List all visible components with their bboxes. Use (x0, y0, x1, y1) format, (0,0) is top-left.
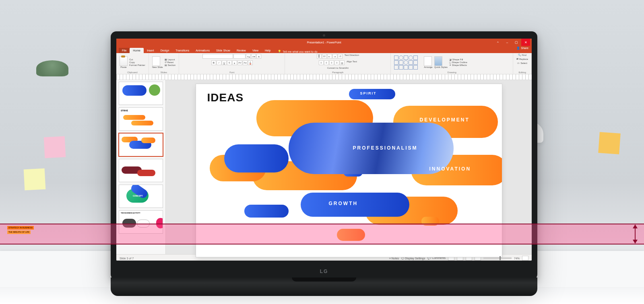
decrease-indent-button[interactable]: ⇤ (327, 54, 332, 59)
tab-file[interactable]: File (119, 48, 130, 53)
bold-button[interactable]: B (211, 60, 216, 65)
ribbon-tabs: File Home Insert Design Transitions Anim… (116, 46, 532, 53)
numbering-button[interactable]: 1≡ (322, 54, 327, 59)
italic-button[interactable]: I (217, 60, 221, 65)
find-button[interactable]: 🔍 Find (518, 54, 526, 56)
strikethrough-button[interactable]: S (227, 60, 232, 65)
group-paragraph: ≣ 1≡ ⇤ ⇥ ↕≡ Text Direction ≡ ≡ ≡ (285, 53, 391, 74)
thumb-4[interactable] (119, 159, 163, 182)
tab-animations[interactable]: Animations (192, 48, 213, 53)
thumb-1[interactable] (119, 82, 163, 105)
notes-button[interactable]: ≡ Notes (389, 257, 399, 260)
highlight-band: STRATEGY IN BUSINESS THE BREATH OF LIFE (0, 224, 644, 244)
shape-effects-button[interactable]: ✦ Shape Effects (449, 64, 467, 66)
guide-line-bottom (0, 244, 644, 244)
thumb-7: STRATEGY IN BUSINESS THE BREATH OF LIFE (7, 226, 46, 241)
sticky-note (24, 168, 46, 191)
zoom-slider[interactable] (483, 257, 512, 259)
title-bar: Presentation1 - PowerPoint ^ – ▢ ✕ (116, 39, 532, 46)
align-left-button[interactable]: ≡ (319, 60, 324, 65)
char-spacing-button[interactable]: AV (237, 60, 242, 65)
copy-button[interactable]: Copy (129, 61, 145, 64)
shape-pill[interactable] (244, 205, 289, 218)
paste-icon[interactable] (120, 56, 128, 66)
product-photo: LG Presentation1 - PowerPoint ^ – ▢ ✕ Fi… (0, 0, 644, 304)
dimension-arrow-up-icon (633, 224, 638, 228)
maximize-button[interactable]: ▢ (512, 39, 521, 46)
line-spacing-button[interactable]: ↕≡ (338, 54, 343, 59)
comments-button[interactable]: 💬 Comments (427, 257, 446, 260)
ribbon-collapse-button[interactable]: ^ (493, 39, 502, 46)
change-case-button[interactable]: Aa (243, 60, 248, 65)
fit-to-window-button[interactable] (522, 256, 528, 261)
format-painter-button[interactable]: Format Painter (129, 64, 145, 66)
display-settings-button[interactable]: 🖵 Display Settings (401, 257, 425, 260)
justify-button[interactable]: ≡ (334, 60, 339, 65)
tab-view[interactable]: View (249, 48, 262, 53)
new-slide-icon[interactable] (152, 56, 160, 66)
brand-logo: LG (320, 269, 328, 274)
horizontal-ruler (116, 74, 532, 80)
align-right-button[interactable]: ≡ (329, 60, 334, 65)
increase-indent-button[interactable]: ⇥ (332, 54, 337, 59)
webcam (323, 34, 325, 37)
shape-fill-button[interactable]: ◪ Shape Fill (449, 58, 467, 61)
label-growth: GROWTH (329, 201, 358, 206)
shapes-gallery[interactable] (394, 55, 422, 70)
tab-help[interactable]: Help (262, 48, 274, 53)
underline-button[interactable]: U (222, 60, 227, 65)
quick-styles-button[interactable]: Quick Styles (434, 66, 448, 68)
shape-outline-button[interactable]: ◻ Shape Outline (449, 61, 467, 64)
minimize-button[interactable]: – (503, 39, 512, 46)
close-button[interactable]: ✕ (521, 39, 530, 46)
label-spirit: SPIRIT (360, 91, 377, 95)
tab-transitions[interactable]: Transitions (172, 48, 192, 53)
quick-styles-icon[interactable] (434, 56, 442, 66)
thumb-3[interactable] (119, 133, 163, 156)
shadow-button[interactable]: ꜱ (232, 60, 237, 65)
thumb-5[interactable]: CONCEPT (119, 185, 163, 208)
layout-button[interactable]: ▦ Layout (165, 58, 176, 61)
ribbon: Paste Cut Copy Format Painter Clipboard (116, 53, 532, 74)
clear-formatting-button[interactable]: A̶ (256, 54, 261, 59)
align-center-button[interactable]: ≡ (324, 60, 329, 65)
dimension-arrow-stem (635, 228, 636, 240)
reset-button[interactable]: ↺ Reset (165, 61, 176, 64)
shape-pill[interactable] (224, 144, 289, 173)
guide-line-top (0, 224, 644, 224)
group-slides: New Slide ▦ Layout ↺ Reset ▤ Section Sli… (149, 53, 180, 74)
select-button[interactable]: ▭ Select (517, 62, 527, 64)
group-clipboard: Paste Cut Copy Format Painter Clipboard (116, 53, 149, 74)
smartart-button[interactable]: Convert to SmartArt (327, 67, 349, 69)
cut-button[interactable]: Cut (129, 58, 145, 61)
zoom-level[interactable]: 74% (514, 257, 520, 260)
new-slide-button[interactable]: New Slide (152, 66, 163, 68)
share-button[interactable]: 👤 Share (516, 47, 528, 50)
replace-button[interactable]: ⇄ Replace (516, 58, 528, 60)
font-size-select[interactable] (233, 54, 246, 59)
section-button[interactable]: ▤ Section (165, 64, 176, 66)
tab-review[interactable]: Review (233, 48, 249, 53)
decrease-font-button[interactable]: A▾ (251, 54, 256, 59)
label-professionalism: PROFESSIONALISM (353, 145, 418, 151)
text-direction-button[interactable]: Text Direction (345, 54, 359, 59)
tab-home[interactable]: Home (130, 48, 144, 53)
laptop-base (111, 277, 537, 296)
align-text-button[interactable]: Align Text (347, 60, 357, 65)
font-color-button[interactable]: A (248, 60, 253, 65)
label-innovation: INNOVATION (429, 166, 471, 172)
tab-slideshow[interactable]: Slide Show (213, 48, 233, 53)
paste-button[interactable]: Paste (120, 66, 128, 68)
thumb-2[interactable]: STRIVE (119, 107, 163, 131)
tab-design[interactable]: Design (157, 48, 172, 53)
tab-insert[interactable]: Insert (144, 48, 157, 53)
increase-font-button[interactable]: A▴ (246, 54, 251, 59)
arrange-button[interactable]: Arrange (424, 66, 432, 68)
tell-me-search[interactable]: 💡 Tell me what you want to do (278, 50, 317, 53)
dimension-arrow-down-icon (633, 240, 638, 244)
columns-button[interactable]: ▥ (340, 60, 345, 65)
font-family-select[interactable] (202, 54, 233, 59)
arrange-icon[interactable] (424, 56, 432, 66)
bullets-button[interactable]: ≣ (317, 54, 322, 59)
slide-heading: IDEAS (207, 91, 244, 104)
